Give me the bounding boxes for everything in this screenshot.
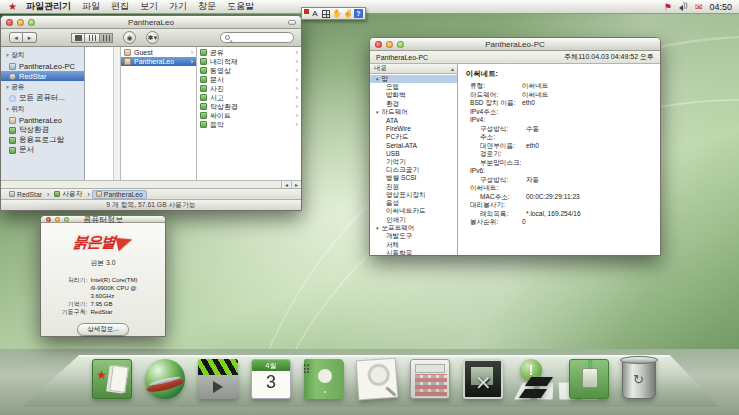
network-status-icon[interactable]: ⚑ xyxy=(664,2,672,12)
memory-row: 기억기: 7.95 GB xyxy=(46,300,161,308)
desktop-folder-icon xyxy=(9,127,16,134)
sidebar-section-shared: 공유 xyxy=(1,81,84,93)
tree-item-ata[interactable]: ATA xyxy=(370,116,457,124)
sysinfo-titlebar[interactable]: PantheraLeo-PC xyxy=(370,38,660,51)
path-segment-users[interactable]: 사용자 xyxy=(51,190,85,199)
column-view-button[interactable] xyxy=(99,33,113,43)
menu-clock[interactable]: 04:50 xyxy=(709,2,732,12)
sidebar-item-redstar[interactable]: RedStar xyxy=(1,71,84,81)
tree-item-serialata[interactable]: Serial-ATA xyxy=(370,141,457,149)
folder-icon xyxy=(200,76,207,83)
security-status-icon[interactable]: ✉ xyxy=(695,2,703,12)
dock-address-book-icon[interactable] xyxy=(304,359,344,399)
sidebar-item-computer[interactable]: PantheraLeo-PC xyxy=(1,61,84,71)
forward-button[interactable]: ▸ xyxy=(23,32,37,43)
sidebar-item-all-computers[interactable]: 모든 콤퓨터... xyxy=(1,93,84,103)
menu-go[interactable]: 가기 xyxy=(169,0,187,13)
computer-icon xyxy=(9,63,16,70)
network-icon xyxy=(9,95,16,102)
finder-sidebar: 장치 PantheraLeo-PC RedStar 공유 모든 콤퓨터... 위… xyxy=(1,47,85,180)
tree-item-usb[interactable]: USB xyxy=(370,150,457,158)
list-item-music[interactable]: 음악› xyxy=(197,120,301,129)
tree-item-firewall[interactable]: 방화벽 xyxy=(370,92,457,100)
path-segment-home[interactable]: PantheraLeo xyxy=(92,190,147,199)
tree-item-software[interactable]: 쏘프트웨어 xyxy=(370,224,457,232)
sidebar-item-documents[interactable]: 문서 xyxy=(1,145,84,155)
tree-item-network[interactable]: 망 xyxy=(370,75,457,83)
dock-video-player-icon[interactable] xyxy=(198,359,238,399)
dock-calendar-icon[interactable]: 4월 3 xyxy=(251,359,291,399)
sysinfo-tree: 내용▲ 망 모뎀 방화벽 환경 하드웨어 ATA FireWire PC카드 S… xyxy=(370,64,458,255)
horizontal-scrollbar[interactable]: ◂ ▸ xyxy=(1,180,301,188)
dock-preview-icon[interactable] xyxy=(356,358,399,401)
tree-item-startup[interactable]: 시동항목 xyxy=(370,249,457,255)
volume-icon[interactable] xyxy=(679,3,688,11)
status-bar: 9 개 항목, 57.61 GB 사용가능 xyxy=(1,199,301,210)
tree-item-firewire[interactable]: FireWire xyxy=(370,125,457,133)
path-segment-disk[interactable]: RedStar xyxy=(6,190,45,199)
dock-stationery-folder-icon[interactable] xyxy=(569,359,609,399)
red-star-menu-icon[interactable]: ★ xyxy=(8,1,17,12)
tree-item-developer[interactable]: 개발도구 xyxy=(370,233,457,241)
list-item-pantheraleo[interactable]: PantheraLeo› xyxy=(121,57,196,66)
icon-view-button[interactable] xyxy=(71,33,85,43)
finder-titlebar[interactable]: PantheraLeo xyxy=(1,16,301,29)
dock-web-browser-icon[interactable] xyxy=(145,359,185,399)
column-parent[interactable] xyxy=(85,47,121,180)
ime-hand-icon[interactable]: ✋ xyxy=(332,9,342,19)
view-switcher[interactable] xyxy=(71,33,113,43)
menu-window[interactable]: 창문 xyxy=(198,0,216,13)
finder-toolbar: ◂ ▸ ◉ ✱▾ xyxy=(1,29,301,47)
more-info-button[interactable]: 상세정보... xyxy=(77,323,128,336)
user-folder-icon xyxy=(124,49,131,56)
search-field[interactable] xyxy=(220,32,294,43)
report-datetime: 주체110.04.03 04:49:52 오후 xyxy=(564,52,654,62)
menu-file[interactable]: 파일 xyxy=(82,0,100,13)
disk-icon xyxy=(9,191,15,197)
dock-system-preferences-icon[interactable] xyxy=(463,359,503,399)
ime-hand2-icon[interactable]: ✌ xyxy=(343,9,353,19)
cpu-row: 처리기: Intel(R) Core(TM)i9-9900K CPU @ 3.6… xyxy=(46,276,161,300)
ime-latin-button[interactable]: A xyxy=(310,9,320,19)
scroll-right-arrow[interactable]: ▸ xyxy=(291,181,301,188)
menu-help[interactable]: 도움말 xyxy=(227,0,254,13)
tree-item-pccard[interactable]: PC카드 xyxy=(370,133,457,141)
dock-file-manager-icon[interactable] xyxy=(92,359,132,399)
folder-icon xyxy=(54,191,60,197)
file-manager-window: PantheraLeo ◂ ▸ ◉ ✱▾ 장치 PantheraLeo-PC R… xyxy=(0,15,302,211)
home-icon xyxy=(9,117,16,124)
path-bar: RedStar › 사용자 › PantheraLeo xyxy=(1,188,301,199)
action-button[interactable]: ✱▾ xyxy=(146,31,159,44)
logo-wing-icon xyxy=(116,234,135,251)
finder-window-title: PantheraLeo xyxy=(1,18,301,27)
quicklook-button[interactable]: ◉ xyxy=(123,31,136,44)
tree-column-header[interactable]: 내용▲ xyxy=(370,64,457,74)
list-view-button[interactable] xyxy=(85,33,99,43)
column-scrollbar[interactable] xyxy=(113,47,120,180)
tree-item-fonts[interactable]: 서체 xyxy=(370,241,457,249)
column-users: Guest› PantheraLeo› xyxy=(121,47,197,180)
sidebar-item-applications[interactable]: 응용프로그람 xyxy=(1,135,84,145)
dock-trash-icon[interactable] xyxy=(622,359,656,399)
tree-item-graphics[interactable]: 영상표시장치 xyxy=(370,191,457,199)
about-titlebar[interactable]: 콤퓨터정보 xyxy=(41,216,165,223)
tree-item-scsi[interactable]: 병렬 SCSI xyxy=(370,175,457,183)
sidebar-item-desktop[interactable]: 탁상환경 xyxy=(1,125,84,135)
toolbar-toggle-button[interactable] xyxy=(288,20,296,25)
tree-item-ethernet-cards[interactable]: 이써네트카드 xyxy=(370,208,457,216)
dock-software-installer-icon[interactable]: ! xyxy=(516,359,556,399)
search-icon xyxy=(225,35,230,40)
tree-item-hardware[interactable]: 하드웨어 xyxy=(370,108,457,116)
list-item-guest[interactable]: Guest› xyxy=(121,48,196,57)
dock-calculator-icon[interactable] xyxy=(410,359,450,399)
tree-item-modem[interactable]: 모뎀 xyxy=(370,83,457,91)
back-button[interactable]: ◂ xyxy=(9,32,23,43)
input-method-toolbar[interactable]: A ✋ ✌ ? xyxy=(301,7,366,20)
scroll-left-arrow[interactable]: ◂ xyxy=(281,181,291,188)
sidebar-item-home[interactable]: PantheraLeo xyxy=(1,115,84,125)
ime-grid-icon[interactable] xyxy=(321,9,331,19)
menu-app[interactable]: 파일관리기 xyxy=(26,0,71,13)
menu-edit[interactable]: 편집 xyxy=(111,0,129,13)
ime-help-button[interactable]: ? xyxy=(354,9,363,18)
menu-view[interactable]: 보기 xyxy=(140,0,158,13)
